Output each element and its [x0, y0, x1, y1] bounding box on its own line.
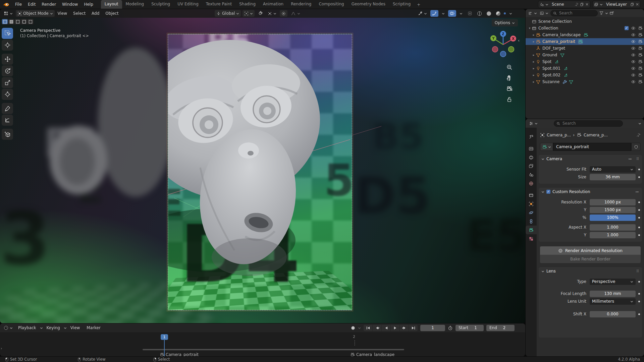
pan-hand-icon[interactable]: [506, 75, 513, 81]
animate-dot[interactable]: [638, 301, 640, 302]
tab-constraints[interactable]: [526, 217, 537, 226]
expand-arrow[interactable]: ▸: [532, 80, 536, 83]
zoom-icon[interactable]: [506, 64, 513, 70]
view-layer-name[interactable]: ViewLayer: [604, 2, 629, 7]
panel-drag-icon[interactable]: ⠿: [636, 157, 639, 161]
options-dropdown[interactable]: Options: [492, 19, 518, 26]
camera-data-dropdown[interactable]: [540, 143, 553, 151]
new-collection-icon[interactable]: [609, 11, 614, 15]
fake-user-shield-icon[interactable]: [631, 143, 641, 151]
timeline-expand-arrow[interactable]: ›: [1, 346, 2, 351]
hide-eye-icon[interactable]: [631, 39, 636, 44]
workspace-tab-scripting[interactable]: Scripting: [389, 0, 414, 9]
transform-orientation-dropdown[interactable]: Global: [215, 10, 241, 17]
disable-render-camera-icon[interactable]: [638, 26, 643, 31]
timeline-scrollbar[interactable]: [143, 349, 404, 350]
outliner-row-collection[interactable]: ▾ Collection ✓: [526, 25, 644, 32]
proportional-editing-toggle[interactable]: [280, 10, 287, 17]
play-button[interactable]: [391, 325, 399, 331]
tab-world[interactable]: [526, 179, 537, 188]
auto-keyframe-toggle[interactable]: [348, 325, 357, 331]
close-icon[interactable]: [585, 3, 589, 6]
tab-tool[interactable]: [526, 132, 537, 141]
animate-dot[interactable]: [638, 313, 640, 315]
select-mode-extend[interactable]: [8, 19, 14, 24]
jump-to-end-button[interactable]: [409, 325, 418, 331]
outliner-row-dof-target[interactable]: DOF_target: [526, 45, 644, 52]
workspace-tab-layout[interactable]: Layout: [101, 0, 122, 9]
resolution-x-field[interactable]: 1000 px: [590, 199, 636, 205]
expand-arrow[interactable]: ▾: [528, 26, 532, 30]
disable-render-camera-icon[interactable]: [638, 66, 643, 71]
workspace-tab-texture-paint[interactable]: Texture Paint: [202, 0, 235, 9]
panel-menu-icon[interactable]: ≔: [635, 190, 639, 194]
disable-render-camera-icon[interactable]: [638, 53, 643, 57]
tool-move[interactable]: [2, 54, 13, 65]
visibility-dropdown[interactable]: [416, 10, 429, 17]
outliner-search-input[interactable]: [558, 10, 595, 16]
tool-select-box[interactable]: [2, 28, 13, 39]
animate-dot[interactable]: [638, 209, 640, 211]
viewport-menu-add[interactable]: Add: [89, 9, 102, 18]
outliner-display-mode-dropdown[interactable]: [528, 10, 538, 16]
hide-eye-icon[interactable]: [631, 66, 636, 71]
tab-physics[interactable]: [526, 208, 537, 217]
select-mode-subtract[interactable]: [15, 19, 20, 24]
camera-view-icon[interactable]: [506, 85, 513, 92]
viewport-menu-view[interactable]: View: [55, 9, 70, 18]
hide-eye-icon[interactable]: [631, 46, 636, 51]
expand-arrow[interactable]: ▸: [532, 67, 536, 70]
panel-custom-resolution-header[interactable]: ✓ Custom Resolution ≔: [539, 188, 642, 196]
tab-object[interactable]: [526, 199, 537, 208]
properties-editor-type[interactable]: [528, 120, 538, 127]
chevron-down-icon[interactable]: [545, 3, 548, 6]
start-frame-field[interactable]: Start 1: [455, 325, 484, 331]
tool-annotate[interactable]: [2, 103, 13, 114]
chevron-down-icon[interactable]: [358, 326, 361, 329]
workspace-tab-shading[interactable]: Shading: [235, 0, 259, 9]
scene-icon[interactable]: [540, 2, 544, 7]
animate-dot[interactable]: [638, 169, 640, 170]
timeline-menu-keying[interactable]: Keying: [44, 323, 63, 332]
mode-dropdown[interactable]: Object Mode: [16, 10, 55, 17]
aspect-y-field[interactable]: 1.000: [590, 232, 636, 238]
snap-settings-dropdown[interactable]: [266, 10, 278, 17]
tab-view-layer[interactable]: [526, 162, 537, 170]
menu-window[interactable]: Window: [59, 0, 81, 9]
playhead[interactable]: 1: [161, 334, 168, 340]
disable-render-camera-icon[interactable]: [638, 39, 643, 44]
xray-toggle[interactable]: [466, 10, 474, 17]
sensor-fit-dropdown[interactable]: Auto: [590, 166, 636, 173]
pin-icon[interactable]: [575, 2, 579, 6]
expand-arrow[interactable]: ▸: [532, 60, 536, 63]
gizmos-toggle[interactable]: [430, 10, 438, 17]
chevron-down-icon[interactable]: [605, 12, 608, 15]
editor-type-selector[interactable]: [2, 10, 14, 17]
shift-x-field[interactable]: 0.000: [590, 311, 636, 317]
shading-rendered-button[interactable]: [504, 12, 506, 14]
view-layer-icon[interactable]: [594, 2, 598, 7]
new-view-layer-icon[interactable]: [630, 2, 634, 6]
animate-dot[interactable]: [638, 281, 640, 283]
shading-solid-button[interactable]: [485, 10, 493, 17]
hide-eye-icon[interactable]: [631, 59, 636, 64]
snap-toggle[interactable]: [256, 10, 264, 17]
tab-object-data[interactable]: [526, 226, 537, 234]
animate-dot[interactable]: [638, 227, 640, 228]
breadcrumb-data[interactable]: Camera_p...: [584, 133, 608, 137]
tab-output[interactable]: [526, 153, 537, 162]
lens-unit-dropdown[interactable]: Millimeters: [590, 298, 636, 305]
select-mode-new[interactable]: [2, 19, 8, 24]
hide-eye-icon[interactable]: [631, 53, 636, 57]
gizmos-dropdown[interactable]: [440, 10, 446, 17]
workspace-tab-uv-editing[interactable]: UV Editing: [174, 0, 202, 9]
viewport-menu-select[interactable]: Select: [70, 9, 89, 18]
outliner-row-camera-landscape[interactable]: ▸ Camera_landscape: [526, 32, 644, 38]
workspace-tab-modeling[interactable]: Modeling: [122, 0, 148, 9]
shading-dropdown[interactable]: [507, 10, 514, 17]
shading-material-button[interactable]: [494, 10, 502, 17]
jump-to-start-button[interactable]: [364, 325, 372, 331]
outliner-filter-id-dropdown[interactable]: [539, 10, 549, 16]
outliner-row-ground[interactable]: ▸ Ground: [526, 52, 644, 58]
hide-eye-icon[interactable]: [631, 33, 636, 37]
